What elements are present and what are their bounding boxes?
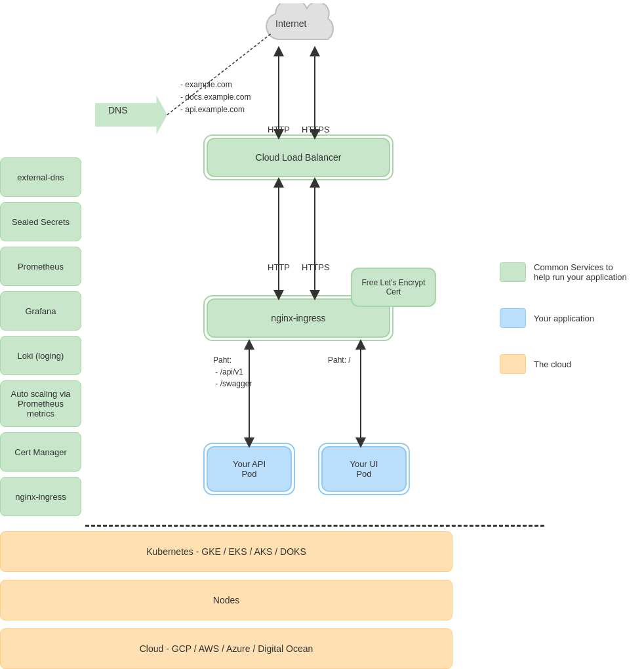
legend-orange-label: The cloud [534,359,571,369]
legend: Common Services to help run your applica… [500,262,631,400]
https-label-bottom: HTTPS [302,262,330,272]
domain-text: - example.com - docs.example.com - api.e… [180,79,251,117]
sidebar-item-cert-manager[interactable]: Cert Manager [0,432,81,472]
dns-label: DNS [108,105,128,115]
sidebar-item-sealed-secrets[interactable]: Sealed Secrets [0,202,81,241]
cert-label: Free Let's EncryptCert [362,278,426,296]
sidebar-item-loki[interactable]: Loki (loging) [0,336,81,375]
http-label-top: HTTP [268,125,290,134]
legend-item-green: Common Services to help run your applica… [500,262,631,282]
sidebar-item-prometheus[interactable]: Prometheus [0,247,81,286]
dns-shape [95,95,167,134]
legend-item-orange: The cloud [500,354,631,374]
cert-box: Free Let's EncryptCert [351,268,436,307]
diagram-area: Internet DNS - example.com - docs.exampl… [85,0,544,525]
ui-pod-label: Your UIPod [350,459,378,479]
sidebar-item-nginx-ingress[interactable]: nginx-ingress [0,477,81,516]
internet-label: Internet [275,18,306,29]
sidebar-item-autoscaling[interactable]: Auto scaling via Prometheus metrics [0,380,81,427]
legend-orange-box [500,354,526,374]
sidebar-item-external-dns[interactable]: external-dns [0,157,81,197]
api-pod-label: Your APIPod [233,459,266,479]
path-ui-label: Paht: / [328,354,351,366]
sidebar-item-grafana[interactable]: Grafana [0,291,81,331]
path-api-label: Paht: - /api/v1 - /swagger [213,354,252,390]
legend-green-label: Common Services to help run your applica… [534,262,631,282]
legend-blue-label: Your application [534,314,594,323]
bottom-section: Kubernetes - GKE / EKS / AKS / DOKS Node… [0,531,453,669]
legend-green-box [500,262,526,282]
sidebar: external-dns Sealed Secrets Prometheus G… [0,157,81,516]
http-label-bottom: HTTP [268,262,290,272]
api-pod: Your APIPod [207,446,292,492]
cloud-load-balancer: Cloud Load Balancer [207,138,390,177]
kubernetes-box: Kubernetes - GKE / EKS / AKS / DOKS [0,531,453,572]
https-label-top: HTTPS [302,125,330,134]
ui-pod: Your UIPod [321,446,407,492]
legend-blue-box [500,308,526,328]
legend-item-blue: Your application [500,308,631,328]
dashed-separator [85,525,544,527]
cloud-box: Cloud - GCP / AWS / Azure / Digital Ocea… [0,628,453,669]
nodes-box: Nodes [0,580,453,620]
